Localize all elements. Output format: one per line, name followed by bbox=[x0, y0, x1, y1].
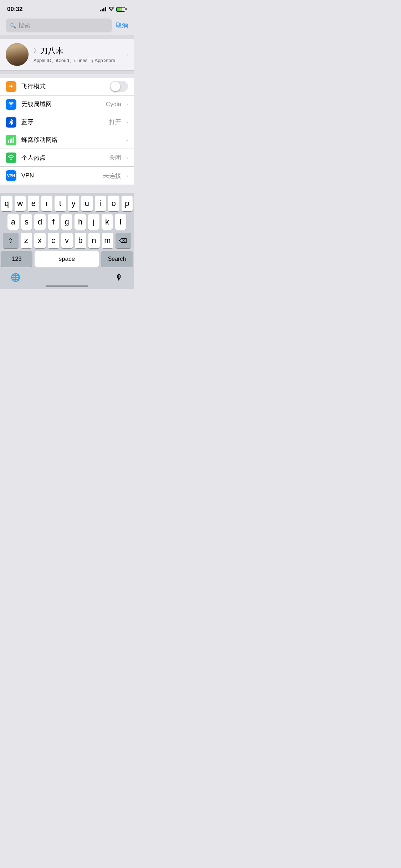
svg-rect-4 bbox=[13, 137, 14, 143]
vpn-value: 未连接 bbox=[103, 172, 121, 180]
key-i[interactable]: i bbox=[95, 196, 106, 211]
key-q[interactable]: q bbox=[1, 196, 12, 211]
home-bar bbox=[46, 285, 88, 287]
hotspot-label: 个人热点 bbox=[21, 154, 104, 162]
search-input-wrapper[interactable]: 🔍 搜索 bbox=[6, 19, 112, 32]
key-row-3: ⇧ z x c v b n m ⌫ bbox=[1, 233, 133, 248]
profile-name-prefix: 〕 bbox=[34, 48, 38, 54]
section-divider-1 bbox=[0, 35, 134, 39]
settings-row-hotspot[interactable]: 个人热点 关闭 › bbox=[0, 149, 134, 167]
bluetooth-value: 打开 bbox=[109, 118, 121, 126]
settings-row-vpn[interactable]: VPN VPN 未连接 › bbox=[0, 167, 134, 185]
section-divider-2 bbox=[0, 71, 134, 74]
key-h[interactable]: h bbox=[74, 214, 86, 230]
shift-key[interactable]: ⇧ bbox=[3, 233, 19, 248]
key-z[interactable]: z bbox=[21, 233, 32, 248]
svg-rect-1 bbox=[8, 140, 9, 143]
airplane-icon: ✈ bbox=[6, 81, 16, 92]
bluetooth-chevron: › bbox=[126, 119, 128, 125]
key-f[interactable]: f bbox=[48, 214, 59, 230]
key-w[interactable]: w bbox=[15, 196, 26, 211]
wifi-label: 无线局域网 bbox=[21, 100, 101, 108]
microphone-icon[interactable]: 🎙 bbox=[115, 273, 123, 282]
settings-row-bluetooth[interactable]: 蓝牙 打开 › bbox=[0, 113, 134, 131]
status-icons: ⚡ bbox=[100, 7, 127, 12]
key-g[interactable]: g bbox=[61, 214, 73, 230]
keyboard: q w e r t y u i o p a s d f g h j k l ⇧ … bbox=[0, 193, 134, 289]
cellular-chevron: › bbox=[126, 137, 128, 143]
search-icon: 🔍 bbox=[10, 23, 16, 29]
search-bar-container: 🔍 搜索 取消 bbox=[0, 16, 134, 35]
cellular-icon bbox=[6, 135, 16, 145]
avatar bbox=[6, 43, 29, 66]
hotspot-icon bbox=[6, 153, 16, 163]
wifi-status-icon bbox=[108, 7, 114, 12]
key-row-2: a s d f g h j k l bbox=[1, 214, 133, 230]
settings-row-cellular[interactable]: 蜂窝移动网络 › bbox=[0, 131, 134, 149]
key-row-1: q w e r t y u i o p bbox=[1, 196, 133, 211]
space-key[interactable]: space bbox=[35, 251, 99, 267]
vpn-icon: VPN bbox=[6, 170, 16, 181]
hotspot-value: 关闭 bbox=[109, 154, 121, 162]
battery-icon: ⚡ bbox=[116, 7, 127, 12]
avatar-image bbox=[6, 43, 29, 66]
numbers-key[interactable]: 123 bbox=[1, 251, 32, 267]
key-r[interactable]: r bbox=[41, 196, 53, 211]
home-indicator bbox=[0, 285, 134, 289]
key-j[interactable]: j bbox=[88, 214, 99, 230]
key-m[interactable]: m bbox=[102, 233, 113, 248]
signal-bar-3 bbox=[103, 8, 104, 11]
profile-name-text: 刀八木 bbox=[40, 46, 63, 56]
signal-bar-1 bbox=[100, 10, 101, 11]
key-x[interactable]: x bbox=[34, 233, 46, 248]
search-placeholder: 搜索 bbox=[18, 21, 30, 30]
svg-rect-2 bbox=[10, 139, 11, 143]
vpn-label: VPN bbox=[21, 172, 98, 179]
profile-info: 〕 刀八木 Apple ID、iCloud、iTunes 与 App Store bbox=[34, 46, 121, 64]
key-d[interactable]: d bbox=[34, 214, 46, 230]
svg-rect-3 bbox=[11, 138, 12, 143]
key-c[interactable]: c bbox=[48, 233, 59, 248]
globe-icon[interactable]: 🌐 bbox=[11, 273, 20, 282]
airplane-label: 飞行模式 bbox=[21, 82, 105, 91]
key-v[interactable]: v bbox=[61, 233, 73, 248]
key-k[interactable]: k bbox=[102, 214, 113, 230]
hotspot-chevron: › bbox=[126, 155, 128, 161]
key-n[interactable]: n bbox=[88, 233, 100, 248]
settings-row-airplane[interactable]: ✈ 飞行模式 bbox=[0, 78, 134, 95]
profile-name: 〕 刀八木 bbox=[34, 46, 121, 56]
status-bar: 00:32 ⚡ bbox=[0, 0, 134, 16]
bluetooth-label: 蓝牙 bbox=[21, 118, 104, 126]
wifi-icon bbox=[6, 99, 16, 110]
key-p[interactable]: p bbox=[122, 196, 133, 211]
key-o[interactable]: o bbox=[108, 196, 119, 211]
signal-bar-4 bbox=[105, 7, 106, 11]
key-t[interactable]: t bbox=[55, 196, 66, 211]
key-l[interactable]: l bbox=[115, 214, 126, 230]
signal-bar-2 bbox=[102, 9, 103, 11]
key-s[interactable]: s bbox=[21, 214, 32, 230]
airplane-toggle[interactable] bbox=[110, 81, 128, 92]
profile-section[interactable]: 〕 刀八木 Apple ID、iCloud、iTunes 与 App Store… bbox=[0, 39, 134, 71]
cancel-button[interactable]: 取消 bbox=[116, 21, 128, 30]
toggle-knob bbox=[110, 82, 120, 91]
status-time: 00:32 bbox=[7, 6, 22, 13]
search-key[interactable]: Search bbox=[101, 251, 133, 267]
key-u[interactable]: u bbox=[81, 196, 93, 211]
profile-chevron: › bbox=[126, 52, 128, 57]
signal-icon bbox=[100, 7, 106, 11]
delete-key[interactable]: ⌫ bbox=[115, 233, 131, 248]
keyboard-bottom-row: 123 space Search bbox=[0, 251, 134, 270]
key-e[interactable]: e bbox=[28, 196, 39, 211]
vpn-chevron: › bbox=[126, 173, 128, 179]
cellular-label: 蜂窝移动网络 bbox=[21, 136, 121, 144]
wifi-chevron: › bbox=[126, 102, 128, 107]
bluetooth-icon bbox=[6, 117, 16, 128]
settings-group: ✈ 飞行模式 无线局域网 Cydia › bbox=[0, 78, 134, 185]
key-y[interactable]: y bbox=[68, 196, 79, 211]
key-a[interactable]: a bbox=[7, 214, 19, 230]
keyboard-accessory: 🌐 🎙 bbox=[0, 270, 134, 285]
settings-row-wifi[interactable]: 无线局域网 Cydia › bbox=[0, 95, 134, 113]
svg-point-5 bbox=[10, 159, 12, 160]
key-b[interactable]: b bbox=[75, 233, 86, 248]
